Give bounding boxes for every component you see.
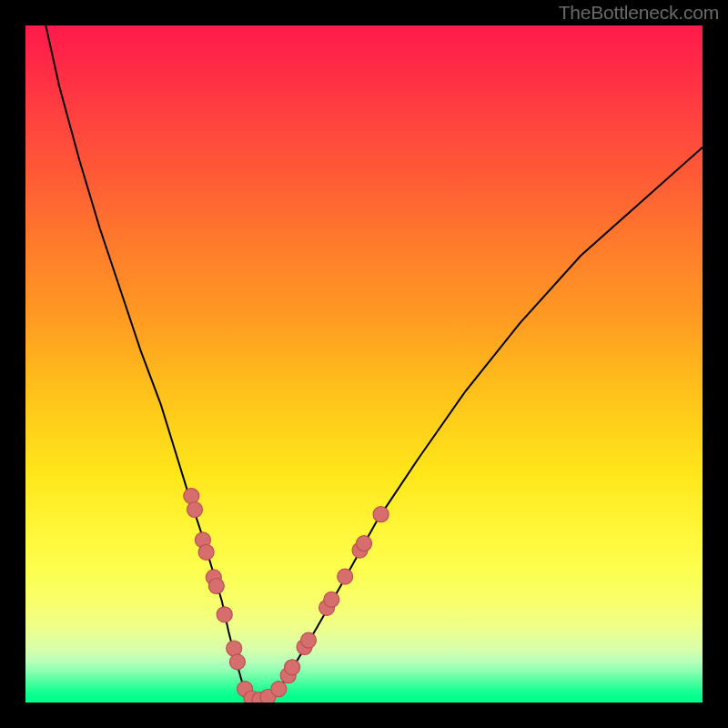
chart-svg: [25, 25, 703, 703]
bottleneck-curve-line: [46, 25, 703, 702]
highlight-dot: [301, 632, 317, 648]
highlight-dots-group: [184, 489, 389, 703]
highlight-dot: [184, 489, 199, 504]
watermark-text: TheBottleneck.com: [559, 2, 719, 24]
plot-area: [25, 25, 703, 703]
highlight-dot: [285, 660, 300, 675]
highlight-dot: [324, 592, 339, 607]
chart-frame: TheBottleneck.com: [0, 0, 728, 728]
highlight-dot: [187, 502, 203, 518]
highlight-dot: [271, 682, 287, 697]
highlight-dot: [217, 607, 232, 622]
highlight-dot: [198, 544, 214, 560]
highlight-dot: [229, 654, 245, 670]
highlight-dot: [227, 641, 242, 656]
highlight-dot: [373, 507, 389, 522]
highlight-dot: [357, 536, 372, 551]
highlight-dot: [208, 579, 224, 594]
highlight-dot: [338, 569, 353, 584]
